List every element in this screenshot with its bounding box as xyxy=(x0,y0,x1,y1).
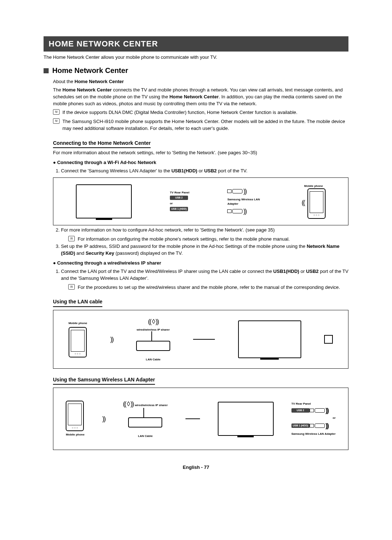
router-illustration xyxy=(136,341,170,351)
intro-text: The Home Network Center allows your mobi… xyxy=(44,54,348,60)
section-heading-text: Home Network Center xyxy=(52,66,128,75)
adapter-icon xyxy=(232,189,242,193)
tv-rear-label: TV Rear Panel xyxy=(170,191,189,195)
adapter-icon xyxy=(315,424,325,428)
page-footer: English - 77 xyxy=(44,465,348,470)
plug-icon xyxy=(227,189,232,193)
lan-jack-icon xyxy=(324,335,333,344)
adapter-icon xyxy=(232,209,242,213)
plug-icon xyxy=(310,409,314,412)
router-illustration xyxy=(128,417,162,428)
note-sch: N The Samsung SCH-i910 mobile phone supp… xyxy=(53,118,348,132)
wired-step-1: Connect the LAN port of the TV and the W… xyxy=(61,268,348,291)
wifi-step-2: For more information on how to configure… xyxy=(61,227,348,243)
note-icon: N xyxy=(53,109,60,115)
mobile-block: Mobile phone xyxy=(69,321,87,357)
cable-line xyxy=(193,339,215,340)
wifi-icon: )) xyxy=(243,206,246,216)
ip-sharer-label: wired/wireless IP sharer xyxy=(135,404,168,407)
wifi-adhoc-heading: Connecting through a Wi-Fi Ad-hoc Networ… xyxy=(53,159,348,166)
wifi-icon: )) xyxy=(102,414,105,424)
tv-illustration xyxy=(76,184,132,218)
adapter-block: )) Samsung Wireless LAN Adapter )) xyxy=(227,187,264,216)
cable-line xyxy=(185,418,200,419)
note-icon: N xyxy=(53,118,60,124)
tv-illustration xyxy=(218,402,274,436)
lan-cable-label: LAN Cable xyxy=(123,434,168,438)
wifi-icon: )) xyxy=(243,187,246,196)
usb1-port: USB 1 (HDD) xyxy=(170,207,188,211)
phone-illustration xyxy=(66,401,84,431)
router-block: (( ◊ )) wired/wireless IP sharer LAN Cab… xyxy=(123,399,168,438)
wired-heading: Connecting through a wired/wireless IP s… xyxy=(53,260,348,267)
tv-illustration xyxy=(238,320,301,358)
section-description: The Home Network Center connects the TV … xyxy=(53,87,348,107)
rear-panel-block: TV Rear Panel USB 2)) or USB 1 (HDD))) S… xyxy=(291,402,336,436)
tv-rear-label: TV Rear Panel xyxy=(291,402,336,406)
or-label: or xyxy=(291,416,336,420)
heading-bullet-icon xyxy=(44,68,49,73)
rear-panel-block: TV Rear Panel USB 2 or USB 1 (HDD) xyxy=(170,191,189,212)
page-title-bar: HOME NETWORK CENTER xyxy=(44,36,348,52)
mobile-label: Mobile phone xyxy=(66,433,85,437)
wifi-step-1: Connect the 'Samsung Wireless LAN Adapte… xyxy=(61,168,348,175)
subhead-adapter: Using the Samsung Wireless LAN Adapter xyxy=(53,376,155,385)
note-dlna: N If the device supports DLNA DMC (Digit… xyxy=(53,109,348,116)
ip-sharer-label: wired/wireless IP sharer xyxy=(136,328,170,332)
phone-illustration xyxy=(69,327,87,357)
swla-label: Samsung Wireless LAN Adapter xyxy=(227,197,264,206)
diagram-wireless-adapter: Mobile phone )) (( ◊ )) wired/wireless I… xyxy=(53,388,348,450)
wired-steps: Connect the LAN port of the TV and the W… xyxy=(53,268,348,291)
note-icon: N xyxy=(68,284,75,290)
swla-label: Samsung Wireless LAN Adapter xyxy=(291,432,336,436)
mobile-block: Mobile phone (( xyxy=(302,184,326,219)
usb2-port: USB 2 xyxy=(291,408,310,413)
wifi-step-3: Set up the IP address, SSID and password… xyxy=(61,243,348,257)
connecting-info: For more information about the network s… xyxy=(53,150,348,156)
phone-illustration xyxy=(307,188,326,219)
router-block: (( ◊ )) wired/wireless IP sharer LAN Cab… xyxy=(136,317,170,361)
wifi-icon: (( ◊ )) xyxy=(148,318,159,325)
about-line: About the Home Network Center xyxy=(53,78,348,85)
mobile-block: Mobile phone xyxy=(66,401,85,437)
usb1-port: USB 1 (HDD) xyxy=(291,424,310,428)
mobile-label: Mobile phone xyxy=(302,184,326,188)
adapter-icon xyxy=(315,408,325,413)
mobile-label: Mobile phone xyxy=(69,321,87,326)
plug-icon xyxy=(310,424,314,428)
wifi-icon: )) xyxy=(326,406,328,415)
wifi-icon: (( ◊ )) xyxy=(123,400,134,408)
lan-cable-label: LAN Cable xyxy=(136,357,170,362)
subhead-lan: Using the LAN cable xyxy=(53,298,102,307)
diagram-wifi-adhoc: TV Rear Panel USB 2 or USB 1 (HDD) )) Sa… xyxy=(53,177,348,225)
section-heading-hnc: Home Network Center xyxy=(44,66,348,75)
wifi-icon: )) xyxy=(326,421,328,430)
note-icon: N xyxy=(68,236,75,241)
wifi-adhoc-steps: Connect the 'Samsung Wireless LAN Adapte… xyxy=(53,168,348,175)
usb2-port: USB 2 xyxy=(170,196,188,200)
wifi-icon: )) xyxy=(110,335,113,344)
wifi-icon: (( xyxy=(302,199,305,206)
wifi-adhoc-steps-cont: For more information on how to configure… xyxy=(53,227,348,257)
plug-icon xyxy=(227,209,232,213)
subhead-connecting: Connecting to the Home Network Center xyxy=(53,139,151,148)
or-label: or xyxy=(170,201,189,206)
diagram-lan-cable: Mobile phone )) (( ◊ )) wired/wireless I… xyxy=(53,310,348,369)
